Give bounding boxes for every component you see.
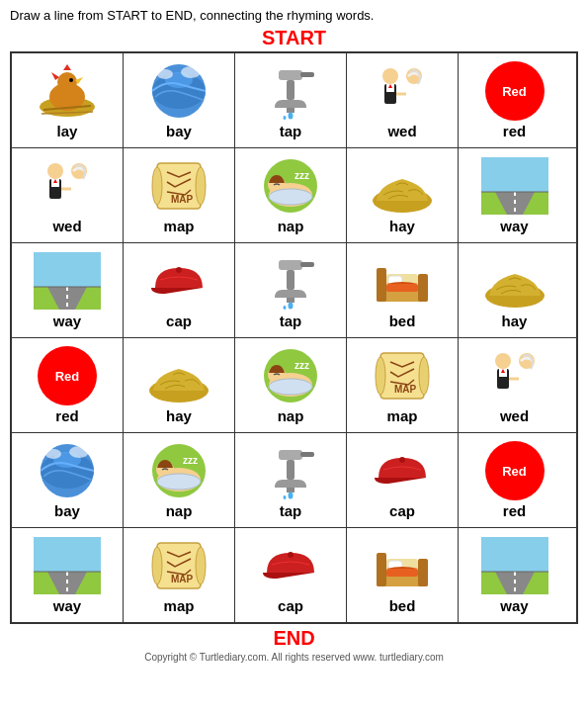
svg-point-38 [269, 189, 312, 205]
footer: Copyright © Turtlediary.com. All rights … [0, 652, 588, 663]
cell-icon-2-4 [481, 251, 548, 311]
cell-5-0: way [12, 528, 124, 622]
svg-point-84 [69, 446, 89, 458]
cell-word-5-4: way [500, 597, 528, 614]
cell-word-0-1: bay [166, 123, 192, 139]
svg-rect-112 [481, 537, 548, 572]
cell-icon-5-3 [369, 536, 436, 595]
cell-icon-3-1 [145, 346, 212, 405]
cell-word-1-0: wed [52, 218, 81, 234]
svg-rect-97 [34, 537, 101, 572]
svg-rect-53 [287, 270, 294, 290]
svg-point-102 [152, 547, 162, 584]
svg-rect-19 [300, 72, 314, 77]
svg-point-18 [284, 116, 287, 120]
grid-row-5: way MAP map cap [12, 528, 576, 622]
cell-icon-4-4: Red [481, 441, 548, 500]
cell-word-3-0: red [55, 407, 78, 424]
grid: lay bay tap [10, 51, 578, 624]
cell-3-4: wed [459, 338, 570, 432]
svg-point-12 [157, 69, 173, 79]
cell-icon-2-3 [369, 251, 436, 311]
cell-word-4-4: red [503, 502, 526, 519]
cell-5-1: MAP map [124, 528, 235, 622]
svg-point-72 [419, 357, 429, 395]
svg-point-69 [269, 379, 312, 395]
cell-4-1: zzz nap [124, 433, 235, 527]
cell-2-3: bed [347, 243, 459, 337]
cell-word-4-1: nap [166, 502, 193, 519]
cell-3-1: hay [124, 338, 235, 432]
svg-rect-92 [287, 488, 294, 493]
cell-2-4: hay [459, 243, 570, 337]
cell-2-1: cap [124, 243, 235, 337]
svg-rect-54 [287, 298, 294, 303]
cell-icon-5-2 [257, 536, 324, 595]
svg-point-103 [196, 547, 206, 584]
svg-point-74 [495, 353, 511, 369]
cell-word-5-1: map [164, 597, 195, 614]
cell-word-1-2: nap [278, 218, 304, 234]
svg-text:MAP: MAP [171, 574, 194, 584]
cell-2-0: way [12, 243, 124, 337]
svg-point-83 [45, 449, 61, 459]
cell-icon-5-1: MAP [145, 536, 212, 595]
cell-word-5-3: bed [389, 597, 416, 614]
cell-word-2-1: cap [166, 313, 192, 329]
cell-icon-1-3 [369, 156, 436, 216]
svg-point-4 [69, 78, 73, 82]
svg-marker-5 [63, 64, 71, 70]
cell-icon-1-1: MAP [145, 156, 212, 216]
grid-row-3: Redred hay [12, 338, 576, 433]
cell-icon-3-4 [481, 346, 548, 405]
cell-icon-2-2 [257, 251, 324, 311]
svg-text:zzz: zzz [294, 360, 309, 371]
cell-word-5-0: way [53, 597, 81, 614]
cell-icon-0-3 [369, 61, 436, 121]
cell-1-0: wed [12, 148, 124, 242]
svg-rect-52 [279, 260, 302, 270]
svg-rect-57 [300, 262, 314, 267]
svg-point-51 [176, 267, 182, 273]
cell-icon-2-0 [34, 251, 101, 311]
cell-word-4-3: cap [389, 502, 415, 519]
svg-rect-63 [386, 284, 418, 292]
cell-word-4-2: tap [280, 502, 302, 519]
cell-icon-1-0 [34, 156, 101, 216]
cell-4-0: bay [12, 433, 124, 527]
svg-point-32 [152, 167, 162, 205]
svg-point-105 [288, 552, 294, 558]
cell-icon-0-0 [34, 61, 101, 121]
cell-1-2: zzz nap [235, 148, 347, 242]
svg-rect-91 [287, 460, 294, 480]
cell-word-0-3: wed [387, 123, 416, 139]
cell-0-3: wed [347, 53, 459, 147]
svg-point-93 [289, 493, 294, 499]
svg-text:zzz: zzz [294, 170, 309, 181]
cell-0-1: bay [124, 53, 235, 147]
cell-icon-0-1 [145, 61, 212, 121]
start-label: START [0, 27, 588, 49]
grid-row-1: wed MAP map [12, 148, 576, 243]
cell-word-2-0: way [53, 313, 81, 329]
cell-word-2-2: tap [280, 313, 302, 329]
cell-icon-0-2 [257, 61, 324, 121]
svg-point-13 [181, 66, 201, 78]
svg-point-33 [196, 167, 206, 205]
grid-row-2: way cap tap [12, 243, 576, 338]
end-label: END [0, 627, 588, 650]
cell-5-3: bed [347, 528, 459, 622]
svg-point-94 [284, 495, 287, 499]
svg-text:zzz: zzz [183, 455, 198, 466]
cell-word-0-0: lay [57, 123, 78, 139]
svg-rect-15 [287, 80, 294, 100]
svg-rect-60 [418, 274, 428, 302]
cell-icon-5-0 [34, 536, 101, 595]
cell-2-2: tap [235, 243, 347, 337]
svg-point-2 [57, 72, 77, 92]
cell-icon-0-4: Red [481, 61, 548, 121]
cell-icon-5-4 [481, 536, 548, 595]
svg-text:MAP: MAP [394, 384, 417, 395]
cell-word-0-2: tap [280, 123, 302, 139]
svg-point-55 [289, 303, 294, 310]
